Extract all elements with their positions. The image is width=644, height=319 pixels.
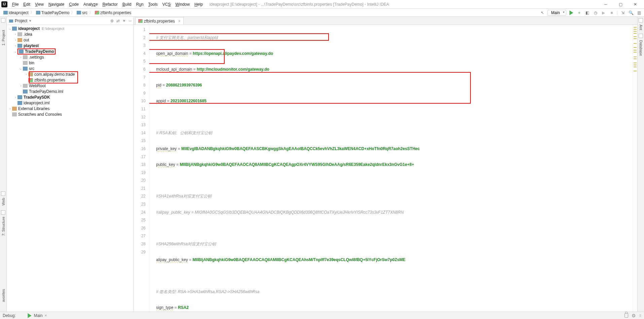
run-button[interactable] [568, 10, 574, 16]
maximize-button[interactable]: ▢ [613, 0, 628, 9]
ant-toolwindow-label[interactable]: Ant [639, 25, 643, 30]
editor-tab-bar: zfbinfo.properties × [134, 17, 637, 25]
status-bar: Debug: Main × ⚙ [0, 312, 644, 319]
menu-run[interactable]: Run [134, 1, 146, 7]
breadcrumb-src[interactable]: src [75, 10, 89, 15]
web-toolwindow-icon[interactable] [1, 191, 5, 196]
menu-window[interactable]: Window [173, 1, 192, 7]
play-icon [27, 313, 32, 318]
properties-file-icon [138, 19, 143, 23]
menu-navigate[interactable]: Navigate [46, 1, 66, 7]
project-tree[interactable]: ⌄ideaprojectE:\ideaproject ›.idea ›out ›… [7, 25, 134, 312]
menu-view[interactable]: View [33, 1, 46, 7]
project-toolwindow-label[interactable]: 1: Project [1, 30, 5, 45]
debug-label[interactable]: Debug: [3, 313, 16, 318]
svg-rect-0 [9, 20, 13, 23]
menu-code[interactable]: Code [67, 1, 81, 7]
coverage-button[interactable]: ◧ [584, 10, 591, 16]
navigation-bar: ideaproject 〉 TradePayDemo 〉 src 〉 zfbin… [0, 9, 644, 17]
structure-toolwindow-icon[interactable] [1, 210, 5, 215]
tree-scratches[interactable]: Scratches and Consoles [7, 111, 134, 117]
tree-external-libs[interactable]: ›External Libraries [7, 106, 134, 111]
search-everywhere-icon[interactable]: 🔍 [628, 10, 634, 16]
breadcrumb-module[interactable]: TradePayDemo [35, 10, 71, 15]
run-configuration-dropdown[interactable]: Main [547, 10, 566, 16]
line-gutter: 12345678910 11121314151617181920 2122232… [134, 25, 149, 312]
code-editor[interactable]: # 支付宝网关名、partnerId和appId open_api_domain… [149, 25, 633, 312]
web-toolwindow-label[interactable]: Web [1, 198, 5, 205]
menu-bar: FFileile Edit View Navigate Code Analyze… [10, 1, 205, 7]
ant-toolwindow-icon[interactable] [639, 18, 643, 23]
status-run-config[interactable]: Main × [24, 313, 50, 318]
close-button[interactable]: ✕ [628, 0, 643, 9]
database-toolwindow-label[interactable]: Database [639, 40, 643, 56]
profiler-button[interactable]: ◷ [593, 10, 599, 16]
structure-toolwindow-label[interactable]: 7: Structure [1, 217, 5, 236]
tree-tradepaydemo[interactable]: ⌄TradePayDemo [7, 48, 134, 54]
left-tool-strip: 1: Project Web 7: Structure avorites [0, 17, 7, 312]
hide-icon[interactable]: ─ [128, 19, 131, 23]
breadcrumb-root[interactable]: ideaproject [2, 10, 30, 15]
minimize-button[interactable]: ─ [598, 0, 613, 9]
tree-settings[interactable]: ›.settings [7, 54, 134, 60]
tree-rootiml[interactable]: ideaproject.iml [7, 100, 134, 106]
tab-label: zfbinfo.properties [144, 19, 175, 24]
tree-out[interactable]: ›out [7, 37, 134, 43]
project-toolwindow-icon[interactable] [1, 18, 5, 23]
tree-playtest[interactable]: ›playtest [7, 43, 134, 48]
stop-button[interactable]: ■ [609, 10, 615, 16]
tab-close-icon[interactable]: × [178, 19, 181, 24]
tree-bin[interactable]: bin [7, 60, 134, 66]
menu-tools[interactable]: Tools [146, 1, 160, 7]
tree-root[interactable]: ⌄ideaprojectE:\ideaproject [7, 26, 134, 31]
project-panel-icon [9, 19, 13, 23]
menu-file[interactable]: FFileile [10, 1, 21, 7]
menu-refactor[interactable]: Refactor [101, 1, 120, 7]
git-update-button[interactable]: ⇲ [620, 10, 626, 16]
collapse-icon[interactable]: ✶ [122, 19, 126, 23]
tree-src[interactable]: ⌄src [7, 66, 134, 71]
database-toolwindow-icon[interactable] [639, 34, 643, 38]
menu-analyze[interactable]: Analyze [81, 1, 100, 7]
back-nav-icon[interactable]: ↖ [539, 10, 545, 16]
attach-button[interactable]: ▶ [601, 10, 607, 16]
close-debug-tab-icon[interactable]: × [45, 313, 47, 318]
tree-idea[interactable]: ›.idea [7, 31, 134, 37]
tree-iml[interactable]: TradePayDemo.iml [7, 88, 134, 94]
menu-help[interactable]: Help [192, 1, 205, 7]
tree-sdk[interactable]: ›TradePaySDK [7, 94, 134, 100]
app-logo: IJ [1, 1, 7, 7]
breadcrumb-file[interactable]: zfbinfo.properties [93, 10, 132, 15]
right-tool-strip: Ant Database [637, 17, 644, 312]
editor-panel: zfbinfo.properties × 12345678910 1112131… [134, 17, 637, 312]
expand-all-icon[interactable]: ⇄ [116, 19, 120, 23]
menu-edit[interactable]: Edit [21, 1, 32, 7]
project-panel-header: Project ▼ ⊕ ⇄ ✶ ─ [7, 17, 134, 25]
lock-icon[interactable] [624, 313, 628, 318]
settings-gear-icon[interactable]: ⚙ [632, 313, 636, 318]
minimap-markers[interactable] [633, 25, 637, 312]
layout-icon[interactable]: ▥ [636, 10, 642, 16]
status-spacer [639, 314, 641, 317]
menu-vcs[interactable]: VCS [160, 1, 173, 7]
window-title: ideaproject [E:\ideaproject] - ...\Trade… [210, 2, 598, 7]
project-panel-title: Project [15, 19, 27, 23]
project-panel: Project ▼ ⊕ ⇄ ✶ ─ ⌄ideaprojectE:\ideapro… [7, 17, 134, 312]
tree-webroot[interactable]: ›WebRoot [7, 83, 134, 88]
favorites-toolwindow-label[interactable]: avorites [1, 289, 5, 302]
menu-build[interactable]: Build [120, 1, 134, 7]
title-bar: IJ FFileile Edit View Navigate Code Anal… [0, 0, 644, 9]
editor-tab-zfbinfo[interactable]: zfbinfo.properties × [135, 17, 184, 25]
select-opened-file-icon[interactable]: ⊕ [110, 19, 114, 23]
debug-button[interactable]: ⌖ [576, 10, 582, 16]
